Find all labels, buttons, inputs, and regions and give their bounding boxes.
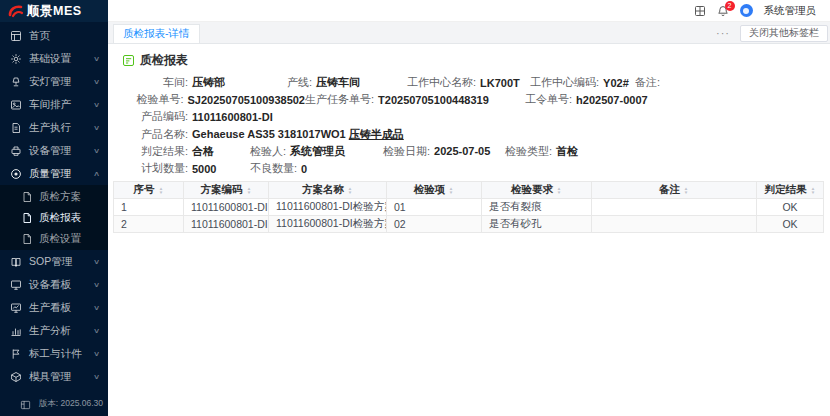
sidebar-item-label: 设备看板	[29, 278, 71, 292]
sidebar-item-label: 标工与计件	[29, 347, 82, 361]
production-exec-icon	[10, 122, 22, 134]
field-row: 车间:压铸部产线:压铸车间工作中心名称:LK700T工作中心编码:Y02#备注:	[123, 74, 825, 91]
column-header-1[interactable]: 方案编码▲▼	[184, 182, 269, 199]
mold-icon	[10, 371, 22, 383]
column-header-0[interactable]: 序号▲▼	[114, 182, 184, 199]
chevron-down-icon: ∨	[93, 147, 100, 155]
column-header-label: 方案名称	[302, 183, 344, 197]
cell-0-1: 11011600801-DI	[184, 199, 269, 216]
sidebar-item-inspection-report[interactable]: 质检报表	[0, 207, 108, 228]
column-header-label: 备注	[659, 183, 680, 197]
field-0-2: 工作中心名称:LK700T	[407, 75, 530, 90]
sidebar-item-basic-settings[interactable]: 基础设置∨	[0, 47, 108, 70]
field-value: 5000	[192, 163, 216, 175]
field-label: 计划数量:	[123, 161, 188, 176]
chevron-down-icon: ∨	[93, 327, 100, 335]
sidebar-item-label: 生产分析	[29, 324, 71, 338]
sidebar-item-inspection-plan[interactable]: 质检方案	[0, 186, 108, 207]
column-header-4[interactable]: 检验要求▲▼	[482, 182, 592, 199]
field-label: 判定结果:	[123, 144, 188, 159]
field-1-0: 检验单号:SJ20250705100938502	[123, 92, 305, 107]
sidebar-item-label: 质量管理	[29, 167, 71, 181]
column-header-6[interactable]: 判定结果▲▼	[757, 182, 824, 199]
sort-icon[interactable]: ▲▼	[810, 186, 816, 195]
chevron-down-icon: ∨	[93, 124, 100, 132]
sidebar-item-label: 设备管理	[29, 144, 71, 158]
field-0-0: 车间:压铸部	[123, 75, 287, 90]
field-4-2: 检验日期:2025-07-05	[383, 144, 505, 159]
close-other-tabs-button[interactable]: 关闭其他标签栏	[740, 25, 828, 42]
sidebar-item-standard-work-piecework[interactable]: 标工与计件∨	[0, 342, 108, 365]
column-header-2[interactable]: 方案名称▲▼	[269, 182, 387, 199]
field-4-0: 判定结果:合格	[123, 144, 250, 159]
field-label: 工作中心名称:	[407, 75, 476, 90]
sidebar-menu: 首页基础设置∨安灯管理∨车间排产∨生产执行∨设备管理∨质量管理∧质检方案质检报表…	[0, 22, 108, 388]
sort-icon[interactable]: ▲▼	[158, 186, 164, 195]
tab-inspection-report-detail[interactable]: 质检报表-详情	[113, 24, 200, 43]
logo[interactable]: 顺景MES	[0, 0, 108, 22]
field-value: 0	[301, 163, 307, 175]
sidebar-item-inspection-settings[interactable]: 质检设置	[0, 228, 108, 249]
sidebar-item-production-board[interactable]: 生产看板∨	[0, 296, 108, 319]
tab-controls: ··· 关闭其他标签栏	[714, 22, 828, 44]
sidebar-item-equipment-management[interactable]: 设备管理∨	[0, 139, 108, 162]
field-value: 压铸部	[192, 75, 225, 90]
field-label: 不良数量:	[250, 161, 297, 176]
field-label: 工令单号:	[525, 92, 572, 107]
avatar[interactable]	[740, 4, 753, 17]
main-area: 2 系统管理员 质检报表-详情 ··· 关闭其他标签栏 质检报表 车间:压铸部产…	[108, 0, 830, 416]
field-0-1: 产线:压铸车间	[287, 75, 407, 90]
sidebar-item-label: 质检设置	[39, 232, 81, 246]
field-value: LK700T	[480, 77, 520, 89]
sidebar-item-equipment-board[interactable]: 设备看板∨	[0, 273, 108, 296]
sidebar: 顺景MES 首页基础设置∨安灯管理∨车间排产∨生产执行∨设备管理∨质量管理∧质检…	[0, 0, 108, 416]
sidebar-item-home[interactable]: 首页	[0, 24, 108, 47]
sidebar-item-quality-management[interactable]: 质量管理∧	[0, 162, 108, 185]
cell-0-6: OK	[757, 199, 824, 216]
sort-icon[interactable]: ▲▼	[347, 186, 353, 195]
column-header-3[interactable]: 检验项▲▼	[387, 182, 482, 199]
field-label: 产线:	[287, 75, 312, 90]
current-user-name[interactable]: 系统管理员	[764, 4, 817, 18]
notifications-button[interactable]: 2	[717, 5, 729, 17]
cell-0-3: 01	[387, 199, 482, 216]
column-header-5[interactable]: 备注▲▼	[592, 182, 757, 199]
sidebar-item-label: 生产看板	[29, 301, 71, 315]
field-3-0: 产品名称:Gehaeuse AS35 3181017WO1 压铸半成品	[123, 127, 825, 142]
sidebar-item-label: 模具管理	[29, 370, 71, 384]
sort-icon[interactable]: ▲▼	[448, 186, 454, 195]
menu-fold-icon[interactable]	[20, 399, 31, 410]
sidebar-item-label: 基础设置	[29, 52, 71, 66]
sort-icon[interactable]: ▲▼	[683, 186, 689, 195]
field-0-3: 工作中心编码:Y02#	[530, 75, 635, 90]
sort-icon[interactable]: ▲▼	[556, 186, 562, 195]
sidebar-item-andon-management[interactable]: 安灯管理∨	[0, 70, 108, 93]
report-title-row: 质检报表	[122, 52, 825, 69]
table-row[interactable]: 111011600801-DI11011600801-DI检验方案01是否有裂痕…	[114, 199, 824, 216]
sidebar-item-workshop-scheduling[interactable]: 车间排产∨	[0, 93, 108, 116]
version-text: 版本: 2025.06.30	[39, 398, 103, 410]
sidebar-item-mold-management[interactable]: 模具管理∨	[0, 365, 108, 388]
field-1-2: 工令单号:h202507-0007	[525, 92, 825, 107]
sidebar-item-sop-management[interactable]: SOP管理∨	[0, 250, 108, 273]
field-value: 2025-07-05	[434, 145, 490, 157]
sop-icon	[10, 256, 22, 268]
grid-icon[interactable]	[694, 5, 706, 17]
sidebar-item-label: SOP管理	[29, 255, 72, 269]
field-4-1: 检验人:系统管理员	[250, 144, 383, 159]
sidebar-item-production-execution[interactable]: 生产执行∨	[0, 116, 108, 139]
cell-1-2: 11011600801-DI检验方案	[269, 216, 387, 233]
field-value: 合格	[192, 144, 214, 159]
sort-icon[interactable]: ▲▼	[246, 186, 252, 195]
field-row: 检验单号:SJ20250705100938502生产任务单号:T20250705…	[123, 91, 825, 108]
field-label: 产品编码:	[123, 109, 188, 124]
board2-icon	[10, 302, 22, 314]
chevron-down-icon: ∨	[93, 258, 100, 266]
field-value: SJ20250705100938502	[188, 94, 305, 106]
sidebar-item-label: 首页	[29, 29, 50, 43]
column-header-label: 判定结果	[765, 183, 807, 197]
tab-more-button[interactable]: ···	[714, 27, 732, 39]
sidebar-item-production-analysis[interactable]: 生产分析∨	[0, 319, 108, 342]
chart-icon	[10, 325, 22, 337]
table-row[interactable]: 211011600801-DI11011600801-DI检验方案02是否有砂孔…	[114, 216, 824, 233]
